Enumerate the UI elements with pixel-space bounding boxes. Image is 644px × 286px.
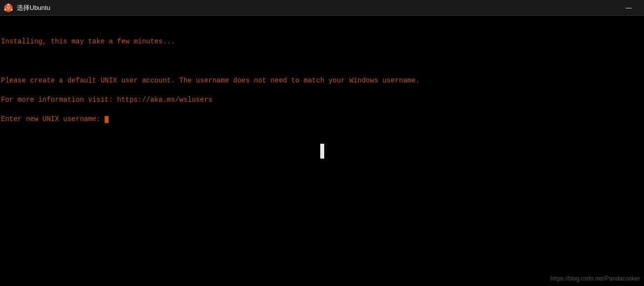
line-please: Please create a default UNIX user accoun… [1,76,643,86]
line-installing: Installing, this may take a few minutes.… [1,37,643,47]
titlebar-left: 选择Ubuntu [4,3,50,12]
line-for-more: For more information visit: https://aka.… [1,95,643,105]
titlebar-title: 选择Ubuntu [17,3,50,12]
terminal[interactable]: Installing, this may take a few minutes.… [0,16,644,286]
minimize-button[interactable]: — [617,0,640,16]
titlebar-controls: — [617,0,640,16]
ubuntu-icon [4,3,13,12]
terminal-cursor [105,116,109,123]
scroll-indicator [320,144,324,159]
watermark: https://blog.csdn.net/Pandacooker [551,275,640,282]
terminal-output: Installing, this may take a few minutes.… [1,18,643,144]
line-blank [1,56,643,66]
line-enter-username: Enter new UNIX username: [1,115,643,124]
titlebar: 选择Ubuntu — [0,0,644,16]
